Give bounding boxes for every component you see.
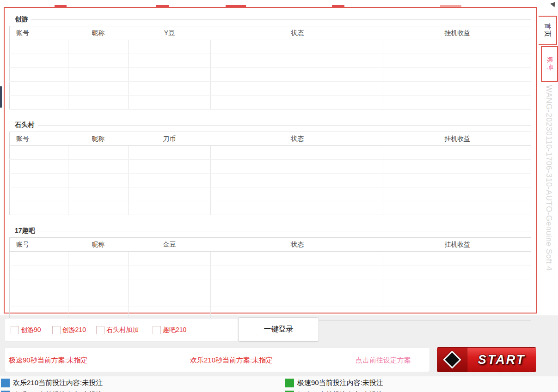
group-shitoucun: 石头村 账号 昵称 刀币 状态 挂机收益 <box>9 118 531 215</box>
diamond-icon <box>443 350 461 369</box>
blue-marker-icon <box>1 379 10 387</box>
status-row-happy210: 欢乐210当前投注内容:未投注 <box>1 378 103 388</box>
table-row[interactable] <box>10 146 531 160</box>
one-key-login-button[interactable]: 一键登录 <box>238 317 319 342</box>
col-header-status: 状态 <box>211 238 384 252</box>
start-button-label-block: START <box>467 348 536 372</box>
left-edge-fragment <box>0 86 2 108</box>
col-header-nickname: 昵称 <box>68 26 129 40</box>
clipped-text-artifact <box>440 5 461 7</box>
tab-home[interactable]: 首页 <box>539 16 557 45</box>
group-17quba: 17趣吧 账号 昵称 金豆 状态 挂机收益 <box>9 224 531 321</box>
checkbox-box[interactable] <box>153 326 161 334</box>
accounts-table-shitoucun[interactable]: 账号 昵称 刀币 状态 挂机收益 <box>9 132 531 215</box>
col-header-account: 账号 <box>10 238 68 252</box>
col-header-account: 账号 <box>10 26 68 40</box>
cursor-artifact <box>550 0 558 7</box>
tab-accounts-label: 账号 <box>546 57 554 72</box>
checkbox-label: 石头村加加 <box>106 326 139 334</box>
start-button-label: START <box>478 353 526 367</box>
checkbox-shitoucun-jiajia[interactable]: 石头村加加 <box>96 326 139 334</box>
group-title-shitoucun: 石头村 <box>9 121 38 129</box>
clipped-text-artifact <box>156 5 169 7</box>
checkbox-box[interactable] <box>52 326 61 334</box>
col-header-status: 状态 <box>211 132 384 146</box>
status-text: 极速90当前投注内容:未投注 <box>297 379 383 387</box>
goto-plan-settings-link[interactable]: 点击前往设定方案 <box>356 348 411 373</box>
accounts-panel: 创游 账号 昵称 Y豆 状态 挂机收益 石头村 <box>4 7 537 314</box>
col-header-currency: 刀币 <box>129 132 211 146</box>
start-button[interactable]: START <box>437 347 536 372</box>
happy210-plan-status: 欢乐210秒当前方案:未指定 <box>190 348 273 373</box>
col-header-nickname: 昵称 <box>68 238 129 252</box>
col-header-status: 状态 <box>211 26 384 40</box>
table-row[interactable] <box>10 265 531 279</box>
group-divider <box>39 231 531 231</box>
login-options-panel: 创游90 创游210 石头村加加 趣吧210 <box>5 318 238 342</box>
col-header-income: 挂机收益 <box>384 238 531 252</box>
clipped-status-row: 欢乐210当前投注内容:未投注 <box>1 390 103 392</box>
group-title-17quba: 17趣吧 <box>9 227 39 235</box>
speed90-plan-status: 极速90秒当前方案:未指定 <box>9 348 88 373</box>
table-header-row: 账号 昵称 刀币 状态 挂机收益 <box>10 132 531 146</box>
clipped-text-artifact <box>55 5 67 7</box>
group-divider <box>38 125 531 126</box>
checkbox-box[interactable] <box>11 326 19 334</box>
clipped-text-artifact <box>332 5 344 7</box>
checkbox-box[interactable] <box>96 326 104 334</box>
col-header-currency: Y豆 <box>129 26 211 40</box>
col-header-income: 挂机收益 <box>384 26 531 40</box>
table-row[interactable] <box>10 68 531 82</box>
tab-accounts[interactable]: 账号 <box>541 46 558 82</box>
license-watermark: WANG-20230110-1706-310-AUTO-Genuine Soft… <box>544 85 553 390</box>
checkbox-label: 趣吧210 <box>163 326 186 334</box>
col-header-account: 账号 <box>10 132 68 146</box>
col-header-nickname: 昵称 <box>68 132 129 146</box>
table-row[interactable] <box>10 279 531 293</box>
col-header-income: 挂机收益 <box>384 132 531 146</box>
table-header-row: 账号 昵称 金豆 状态 挂机收益 <box>10 238 531 252</box>
clipped-status-row: 极速90当前投注内容:未投注 <box>285 390 383 392</box>
table-row[interactable] <box>10 96 531 109</box>
group-divider <box>31 19 531 20</box>
table-row[interactable] <box>10 160 531 174</box>
plan-status-panel: 极速90秒当前方案:未指定 欢乐210秒当前方案:未指定 点击前往设定方案 <box>5 347 430 372</box>
table-header-row: 账号 昵称 Y豆 状态 挂机收益 <box>10 26 531 40</box>
table-row[interactable] <box>10 252 531 265</box>
table-row[interactable] <box>10 174 531 187</box>
accounts-table-chuangyou[interactable]: 账号 昵称 Y豆 状态 挂机收益 <box>9 26 531 109</box>
table-row[interactable] <box>10 82 531 96</box>
group-title-chuangyou: 创游 <box>9 15 31 24</box>
table-row[interactable] <box>10 201 531 215</box>
green-marker-icon <box>285 379 294 387</box>
tab-home-label: 首页 <box>543 23 552 38</box>
status-text: 欢乐210当前投注内容:未投注 <box>13 379 103 387</box>
table-row[interactable] <box>10 40 531 54</box>
start-button-icon-block <box>437 348 467 372</box>
accounts-table-17quba[interactable]: 账号 昵称 金豆 状态 挂机收益 <box>9 237 531 321</box>
status-row-speed90: 极速90当前投注内容:未投注 <box>285 378 383 388</box>
checkbox-quba210[interactable]: 趣吧210 <box>153 326 186 334</box>
table-row[interactable] <box>10 187 531 201</box>
table-row[interactable] <box>10 54 531 68</box>
checkbox-chuangyou90[interactable]: 创游90 <box>11 326 41 334</box>
table-row[interactable] <box>10 293 531 307</box>
checkbox-label: 创游90 <box>21 326 41 334</box>
col-header-currency: 金豆 <box>129 238 211 252</box>
checkbox-chuangyou210[interactable]: 创游210 <box>52 326 86 334</box>
group-chuangyou: 创游 账号 昵称 Y豆 状态 挂机收益 <box>9 12 531 109</box>
checkbox-label: 创游210 <box>62 326 86 334</box>
clipped-text-artifact <box>226 5 246 7</box>
